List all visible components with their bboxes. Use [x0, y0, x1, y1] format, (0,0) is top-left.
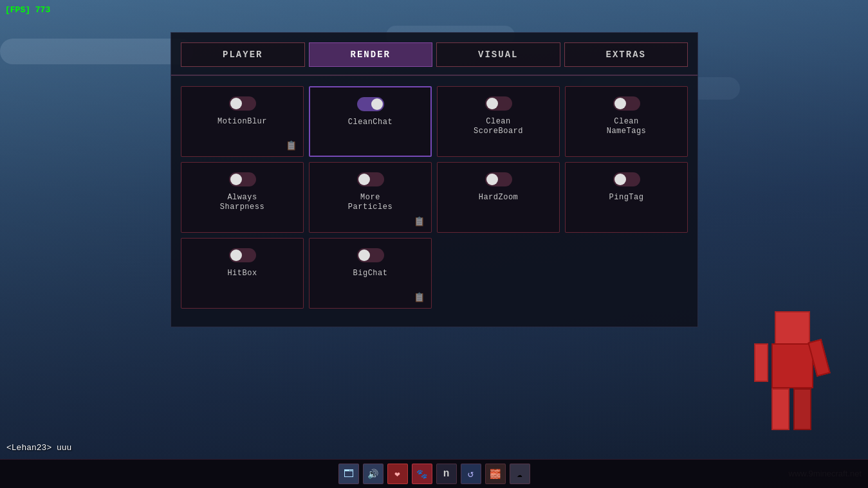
- module-hardzoom[interactable]: HardZoom: [437, 162, 560, 233]
- cloud-1: [0, 39, 193, 64]
- label-clean-chat: CleanChat: [348, 118, 392, 128]
- toolbar-btn-1[interactable]: 🗔: [338, 464, 359, 484]
- module-always-sharpness[interactable]: AlwaysSharpness: [181, 162, 304, 233]
- label-hardzoom: HardZoom: [479, 193, 519, 203]
- label-clean-nametags: CleanNameTags: [607, 117, 647, 137]
- note-icon-more-particles: 📋: [414, 216, 425, 227]
- chat-line: <Lehan23> uuu: [6, 443, 71, 453]
- toggle-bigchat[interactable]: [357, 248, 384, 262]
- toolbar-btn-4[interactable]: 🐾: [412, 464, 432, 484]
- toolbar-btn-3[interactable]: ❤: [387, 464, 408, 484]
- toggle-knob-more-particles: [358, 174, 370, 185]
- label-more-particles: MoreParticles: [348, 193, 392, 213]
- toggle-knob-hardzoom: [486, 174, 498, 185]
- toolbar-icon-7: 🧱: [490, 469, 501, 480]
- label-hitbox: HitBox: [227, 269, 257, 279]
- tab-extras[interactable]: EXTRAS: [564, 42, 688, 67]
- module-pingtag[interactable]: PingTag: [565, 162, 688, 233]
- tab-bar: PLAYER RENDER VISUAL EXTRAS: [171, 33, 697, 67]
- toolbar-btn-6[interactable]: ↺: [461, 464, 481, 484]
- toggle-knob-always-sharpness: [230, 174, 242, 185]
- game-figure-arm-left: [754, 343, 768, 382]
- empty-cell-1: [437, 238, 560, 309]
- fps-label: [FPS] 773: [5, 5, 50, 15]
- toolbar-icon-8: ☁: [517, 469, 522, 480]
- tab-visual[interactable]: VISUAL: [436, 42, 560, 67]
- module-clean-chat[interactable]: CleanChat: [309, 86, 432, 157]
- label-clean-scoreboard: CleanScoreBoard: [474, 117, 523, 137]
- toggle-clean-chat[interactable]: [357, 97, 384, 111]
- module-bigchat[interactable]: BigChat 📋: [309, 238, 432, 309]
- toggle-knob-hitbox: [230, 249, 242, 261]
- game-figure-leg-right: [793, 388, 811, 430]
- module-clean-nametags[interactable]: CleanNameTags: [565, 86, 688, 157]
- toggle-pingtag[interactable]: [613, 172, 640, 186]
- toggle-always-sharpness[interactable]: [229, 172, 256, 186]
- fps-counter: [FPS] 773: [5, 5, 50, 15]
- empty-cell-2: [565, 238, 688, 309]
- label-always-sharpness: AlwaysSharpness: [220, 193, 264, 213]
- toolbar-btn-7[interactable]: 🧱: [485, 464, 506, 484]
- label-pingtag: PingTag: [609, 193, 644, 203]
- game-figure-body: [771, 343, 813, 388]
- toolbar-icon-1: 🗔: [344, 468, 354, 480]
- toggle-motion-blur[interactable]: [229, 96, 256, 111]
- toolbar-btn-8[interactable]: ☁: [510, 464, 530, 484]
- toggle-knob-bigchat: [358, 249, 370, 261]
- modules-grid: MotionBlur 📋 CleanChat CleanScoreBoard C…: [171, 81, 697, 314]
- toggle-knob-pingtag: [614, 174, 626, 185]
- main-modal: PLAYER RENDER VISUAL EXTRAS MotionBlur 📋: [171, 32, 698, 327]
- module-motion-blur[interactable]: MotionBlur 📋: [181, 86, 304, 157]
- note-icon-bigchat: 📋: [414, 292, 425, 303]
- label-bigchat: BigChat: [353, 269, 388, 279]
- toolbar-icon-5: n: [443, 468, 450, 480]
- tab-player[interactable]: PLAYER: [181, 42, 305, 67]
- toggle-knob-motion-blur: [230, 98, 242, 109]
- toggle-knob-clean-nametags: [614, 98, 626, 109]
- toggle-clean-scoreboard[interactable]: [485, 96, 512, 111]
- toolbar-btn-2[interactable]: 🔊: [363, 464, 383, 484]
- note-icon-motion-blur: 📋: [286, 140, 297, 151]
- toggle-hitbox[interactable]: [229, 248, 256, 262]
- module-clean-scoreboard[interactable]: CleanScoreBoard: [437, 86, 560, 157]
- toolbar-icon-4: 🐾: [416, 469, 427, 480]
- toolbar-icon-2: 🔊: [367, 469, 378, 480]
- game-figure-leg-left: [771, 388, 790, 430]
- label-motion-blur: MotionBlur: [217, 117, 267, 127]
- module-more-particles[interactable]: MoreParticles 📋: [309, 162, 432, 233]
- toggle-knob-clean-scoreboard: [486, 98, 498, 109]
- module-hitbox[interactable]: HitBox: [181, 238, 304, 309]
- bottom-toolbar: 🗔 🔊 ❤ 🐾 n ↺ 🧱 ☁: [0, 459, 868, 488]
- toggle-knob-clean-chat: [371, 98, 383, 110]
- game-figure-head: [775, 311, 810, 347]
- toggle-more-particles[interactable]: [357, 172, 384, 186]
- toggle-hardzoom[interactable]: [485, 172, 512, 186]
- toolbar-icon-6: ↺: [468, 467, 474, 480]
- toolbar-btn-5[interactable]: n: [436, 464, 457, 484]
- tab-render[interactable]: RENDER: [309, 42, 433, 67]
- toggle-clean-nametags[interactable]: [613, 96, 640, 111]
- toolbar-icon-3: ❤: [394, 469, 400, 480]
- tab-divider: [171, 75, 697, 76]
